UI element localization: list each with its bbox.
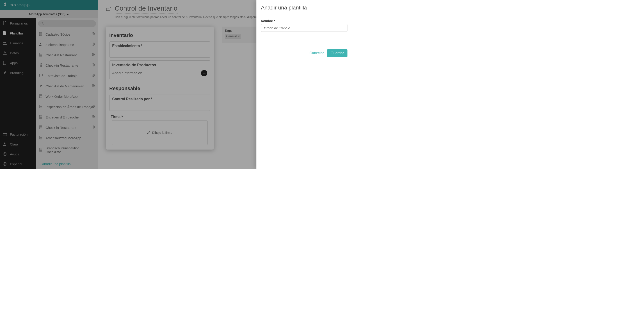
name-label: Nombre * [261,19,348,23]
modal-actions: Cancelar Guardar [261,49,348,57]
save-button[interactable]: Guardar [327,49,348,57]
name-input[interactable] [261,24,348,32]
modal-title: Añadir una plantilla [256,4,352,15]
cancel-button[interactable]: Cancelar [310,51,324,55]
add-template-modal: Añadir una plantilla Nombre * Cancelar G… [256,0,352,169]
